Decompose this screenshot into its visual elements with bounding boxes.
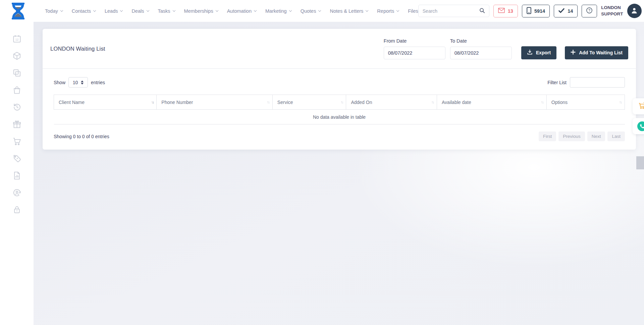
column-header-client-name[interactable]: Client Name↑↓ (54, 95, 157, 110)
nav-item-quotes[interactable]: Quotes (301, 8, 321, 14)
messages-count: 13 (508, 8, 513, 14)
chevron-down-icon (318, 9, 321, 11)
chevron-down-icon (366, 9, 368, 11)
nav-item-files[interactable]: Files (408, 8, 418, 14)
add-to-waiting-list-button[interactable]: Add To Waiting List (565, 46, 628, 59)
sort-icon: ↑↓ (151, 100, 153, 104)
tasks-count: 14 (568, 8, 573, 14)
nav-item-notes-letters[interactable]: Notes & Letters (330, 8, 368, 14)
header-actions: From Date To Date Export (384, 38, 628, 59)
page-size-select[interactable]: 10 (68, 77, 88, 88)
column-header-service[interactable]: Service↑↓ (272, 95, 346, 110)
navbar-right: 13 5914 14 ? (418, 4, 642, 18)
smartphone-icon (527, 7, 531, 15)
user-name: LONDON SUPPORT (601, 5, 623, 17)
from-date-field: From Date (384, 38, 445, 59)
pagination-previous[interactable]: Previous (558, 131, 585, 141)
column-header-added-on[interactable]: Added On↑↓ (346, 95, 437, 110)
pagination-first[interactable]: First (539, 131, 556, 141)
chevron-down-icon (254, 9, 257, 11)
svg-text:12: 12 (15, 38, 18, 41)
user-sync-icon[interactable] (12, 188, 21, 197)
left-sidebar: 12 (0, 22, 34, 325)
search-icon[interactable] (479, 7, 485, 15)
chevron-down-icon (60, 9, 63, 11)
from-date-input[interactable] (384, 47, 445, 59)
card-header: LONDON Waiting List From Date To Date (43, 29, 636, 69)
chevron-down-icon (396, 9, 399, 11)
column-header-options[interactable]: Options↑↓ (546, 95, 625, 110)
empty-message: No data available in table (54, 110, 625, 124)
nav-item-today[interactable]: Today (45, 8, 63, 14)
sort-icon: ↑↓ (340, 100, 343, 104)
entries-summary: Showing 0 to 0 of 0 entries (54, 134, 109, 139)
column-header-phone-number[interactable]: Phone Number↑↓ (157, 95, 273, 110)
help-button[interactable]: ? (582, 5, 597, 17)
table-footer: Showing 0 to 0 of 0 entries First Previo… (54, 131, 625, 141)
calendar-icon[interactable]: 12 (12, 34, 21, 43)
empty-row: No data available in table (54, 110, 625, 124)
filter-input[interactable] (570, 77, 625, 88)
search-bar (418, 5, 489, 17)
chevron-down-icon (93, 9, 96, 11)
main-nav: Today Contacts Leads Deals Tasks Members… (45, 8, 418, 14)
bag-icon[interactable] (12, 86, 21, 95)
hourglass-logo[interactable] (10, 2, 26, 20)
copy-icon[interactable] (12, 68, 21, 77)
scroll-indicator (636, 156, 644, 169)
sort-icon: ↑↓ (541, 100, 543, 104)
phone-badge[interactable]: 5914 (522, 5, 550, 17)
lock-icon[interactable] (12, 205, 21, 214)
history-icon[interactable] (12, 103, 21, 112)
waiting-list-table: Client Name↑↓ Phone Number↑↓ Service↑↓ A… (54, 95, 625, 124)
nav-item-deals[interactable]: Deals (131, 8, 149, 14)
entries-label: entries (91, 80, 105, 85)
cart-icon[interactable] (12, 137, 21, 146)
nav-item-automation[interactable]: Automation (227, 8, 256, 14)
pagination: First Previous Next Last (539, 131, 625, 141)
phone-count: 5914 (534, 8, 545, 14)
nav-item-leads[interactable]: Leads (105, 8, 123, 14)
floating-phone-button[interactable] (633, 118, 644, 134)
show-label: Show (54, 80, 65, 85)
messages-badge[interactable]: 13 (493, 5, 518, 17)
gift-icon[interactable] (12, 120, 21, 129)
check-icon (558, 8, 565, 14)
page-title: LONDON Waiting List (50, 46, 105, 52)
pagination-last[interactable]: Last (607, 131, 625, 141)
envelope-icon (498, 8, 505, 14)
card-body: Show 10 entries Filter List Client Name↑… (43, 69, 636, 141)
from-date-label: From Date (384, 38, 445, 44)
floating-cart-button[interactable] (633, 98, 644, 114)
column-header-available-date[interactable]: Available date↑↓ (437, 95, 547, 110)
person-icon (630, 6, 638, 16)
top-navbar: Today Contacts Leads Deals Tasks Members… (0, 0, 644, 22)
to-date-input[interactable] (450, 47, 512, 59)
to-date-field: To Date (450, 38, 512, 59)
nav-item-tasks[interactable]: Tasks (158, 8, 175, 14)
tag-icon[interactable] (12, 154, 21, 163)
chevron-down-icon (146, 9, 149, 11)
report-icon[interactable] (12, 171, 21, 180)
question-icon: ? (586, 7, 593, 15)
avatar[interactable] (627, 4, 642, 18)
phone-call-icon (637, 121, 644, 131)
filter-group: Filter List (547, 77, 625, 88)
export-button[interactable]: Export (521, 46, 556, 59)
nav-item-memberships[interactable]: Memberships (184, 8, 218, 14)
nav-item-reports[interactable]: Reports (377, 8, 399, 14)
stepper-icon (81, 80, 84, 85)
sort-icon: ↑↓ (431, 100, 434, 104)
chevron-down-icon (289, 9, 291, 11)
tasks-badge[interactable]: 14 (554, 5, 578, 17)
nav-item-contacts[interactable]: Contacts (72, 8, 96, 14)
cart-icon (638, 102, 644, 111)
chevron-down-icon (172, 9, 175, 11)
pagination-next[interactable]: Next (587, 131, 605, 141)
package-icon[interactable] (12, 51, 21, 60)
search-input[interactable] (423, 8, 479, 14)
table-controls: Show 10 entries Filter List (54, 77, 625, 88)
filter-label: Filter List (547, 80, 567, 85)
to-date-label: To Date (450, 38, 512, 44)
nav-item-marketing[interactable]: Marketing (265, 8, 291, 14)
